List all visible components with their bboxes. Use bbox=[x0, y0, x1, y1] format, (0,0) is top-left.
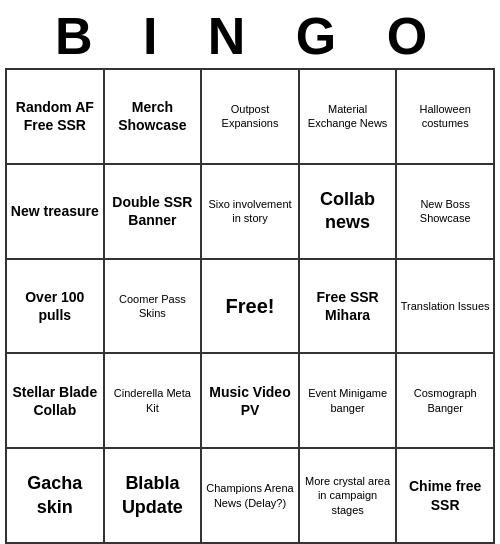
bingo-cell-1: Merch Showcase bbox=[105, 70, 203, 165]
bingo-cell-21: Blabla Update bbox=[105, 449, 203, 544]
bingo-cell-6: Double SSR Banner bbox=[105, 165, 203, 260]
bingo-cell-16: Cinderella Meta Kit bbox=[105, 354, 203, 449]
bingo-cell-9: New Boss Showcase bbox=[397, 165, 495, 260]
bingo-cell-13: Free SSR Mihara bbox=[300, 260, 398, 355]
bingo-cell-5: New treasure bbox=[7, 165, 105, 260]
bingo-cell-15: Stellar Blade Collab bbox=[7, 354, 105, 449]
bingo-cell-19: Cosmograph Banger bbox=[397, 354, 495, 449]
bingo-cell-7: Sixo involvement in story bbox=[202, 165, 300, 260]
bingo-cell-2: Outpost Expansions bbox=[202, 70, 300, 165]
bingo-title: B I N G O bbox=[0, 0, 500, 68]
bingo-cell-4: Halloween costumes bbox=[397, 70, 495, 165]
bingo-cell-12: Free! bbox=[202, 260, 300, 355]
bingo-cell-18: Event Minigame banger bbox=[300, 354, 398, 449]
bingo-cell-22: Champions Arena News (Delay?) bbox=[202, 449, 300, 544]
bingo-cell-3: Material Exchange News bbox=[300, 70, 398, 165]
bingo-grid: Random AF Free SSRMerch ShowcaseOutpost … bbox=[5, 68, 495, 544]
bingo-cell-20: Gacha skin bbox=[7, 449, 105, 544]
bingo-cell-17: Music Video PV bbox=[202, 354, 300, 449]
bingo-cell-10: Over 100 pulls bbox=[7, 260, 105, 355]
bingo-cell-0: Random AF Free SSR bbox=[7, 70, 105, 165]
bingo-cell-8: Collab news bbox=[300, 165, 398, 260]
bingo-cell-11: Coomer Pass Skins bbox=[105, 260, 203, 355]
bingo-cell-24: Chime free SSR bbox=[397, 449, 495, 544]
bingo-cell-23: More crystal area in campaign stages bbox=[300, 449, 398, 544]
bingo-cell-14: Translation Issues bbox=[397, 260, 495, 355]
